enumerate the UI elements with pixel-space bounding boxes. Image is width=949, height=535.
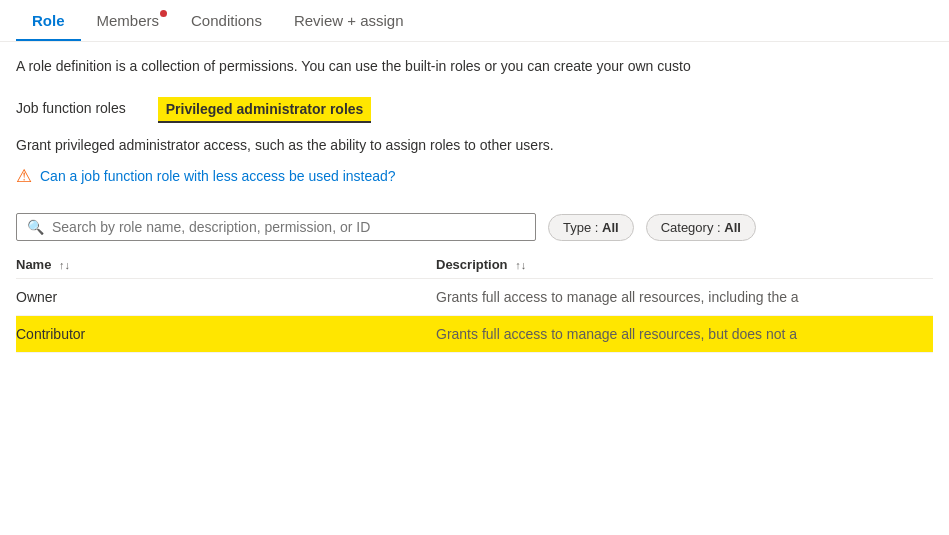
tab-conditions[interactable]: Conditions xyxy=(175,0,278,41)
category-filter-value: All xyxy=(724,220,741,235)
row-description-contributor: Grants full access to manage all resourc… xyxy=(436,326,933,342)
warning-icon: ⚠ xyxy=(16,165,32,187)
tab-review-assign[interactable]: Review + assign xyxy=(278,0,420,41)
type-filter-label: Type : xyxy=(563,220,602,235)
members-dot-indicator xyxy=(160,10,167,17)
category-filter-pill[interactable]: Category : All xyxy=(646,214,756,241)
row-name-owner: Owner xyxy=(16,289,436,305)
column-header-description: Description ↑↓ xyxy=(436,257,933,272)
job-function-roles-option[interactable]: Job function roles xyxy=(16,100,126,120)
search-input[interactable] xyxy=(52,219,525,235)
description-sort-icon[interactable]: ↑↓ xyxy=(515,259,526,271)
table-row[interactable]: Contributor Grants full access to manage… xyxy=(16,316,933,353)
name-sort-icon[interactable]: ↑↓ xyxy=(59,259,70,271)
tab-members[interactable]: Members xyxy=(81,0,176,41)
warning-link[interactable]: Can a job function role with less access… xyxy=(40,168,396,184)
row-name-contributor: Contributor xyxy=(16,326,436,342)
tab-bar: Role Members Conditions Review + assign xyxy=(0,0,949,42)
row-description-owner: Grants full access to manage all resourc… xyxy=(436,289,933,305)
search-filter-row: 🔍 Type : All Category : All xyxy=(0,199,949,249)
tab-conditions-label: Conditions xyxy=(191,12,262,29)
tab-members-label: Members xyxy=(97,12,160,29)
type-filter-pill[interactable]: Type : All xyxy=(548,214,634,241)
tab-review-assign-label: Review + assign xyxy=(294,12,404,29)
role-type-selector: Job function roles Privileged administra… xyxy=(0,87,949,129)
category-filter-label: Category : xyxy=(661,220,725,235)
role-type-subtitle: Grant privileged administrator access, s… xyxy=(0,129,949,157)
privileged-admin-roles-option[interactable]: Privileged administrator roles xyxy=(158,97,372,123)
search-icon: 🔍 xyxy=(27,219,44,235)
tab-role[interactable]: Role xyxy=(16,0,81,41)
search-box-container[interactable]: 🔍 xyxy=(16,213,536,241)
role-description: A role definition is a collection of per… xyxy=(0,42,949,87)
warning-banner: ⚠ Can a job function role with less acce… xyxy=(0,157,949,199)
type-filter-value: All xyxy=(602,220,619,235)
roles-table: Name ↑↓ Description ↑↓ Owner Grants full… xyxy=(0,249,949,353)
table-row[interactable]: Owner Grants full access to manage all r… xyxy=(16,279,933,316)
tab-role-label: Role xyxy=(32,12,65,29)
table-header-row: Name ↑↓ Description ↑↓ xyxy=(16,249,933,279)
column-header-name: Name ↑↓ xyxy=(16,257,436,272)
